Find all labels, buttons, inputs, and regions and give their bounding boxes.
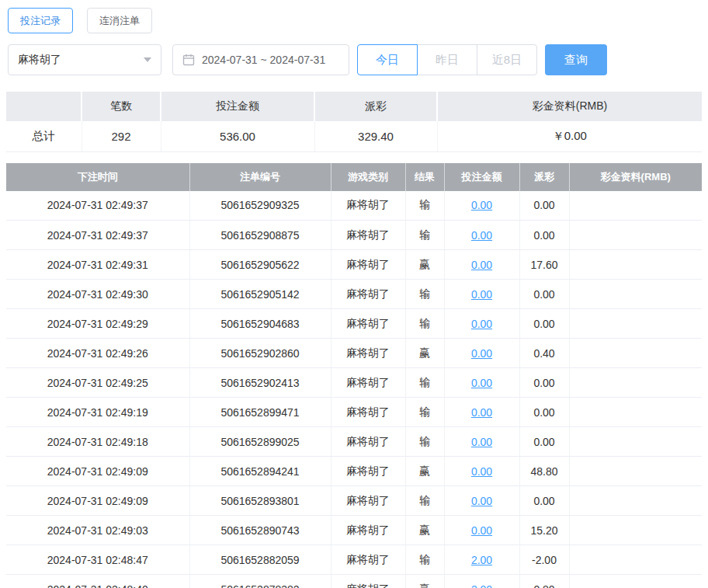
table-row: 2024-07-31 02:49:375061652909325麻将胡了输0.0… [6,191,702,221]
cell-bet-amount: 2.00 [444,545,519,575]
cell-game-type: 麻将胡了 [331,191,405,221]
cell-order-id: 5061652904683 [189,309,331,339]
cell-bonus [569,486,702,516]
date-range-input[interactable]: 2024-07-31 ~ 2024-07-31 [172,44,349,75]
cell-bet-time: 2024-07-31 02:49:19 [6,398,189,427]
cell-result: 赢 [405,575,444,588]
records-body: 2024-07-31 02:49:375061652909325麻将胡了输0.0… [6,191,702,588]
cell-game-type: 麻将胡了 [331,516,405,545]
cell-bet-time: 2024-07-31 02:49:18 [6,427,189,457]
table-row: 2024-07-31 02:49:375061652908875麻将胡了输0.0… [6,221,702,250]
cell-bet-time: 2024-07-31 02:49:26 [6,339,189,368]
cell-result: 赢 [405,516,444,545]
top-tabs: 投注记录 连消注单 [6,6,702,33]
cell-bet-amount: 0.00 [444,191,519,221]
quick-last8days-button[interactable]: 近8日 [477,44,537,75]
cell-bet-time: 2024-07-31 02:49:31 [6,250,189,280]
bet-amount-link[interactable]: 2.00 [471,554,492,566]
table-row: 2024-07-31 02:49:195061652899471麻将胡了输0.0… [6,398,702,427]
cell-bet-amount: 0.00 [444,427,519,457]
table-row: 2024-07-31 02:49:255061652902413麻将胡了输0.0… [6,368,702,398]
records-table: 下注时间 注单编号 游戏类别 结果 投注金额 派彩 彩金资料(RMB) 2024… [6,163,702,588]
cell-result: 输 [405,486,444,516]
filter-bar: 麻将胡了 2024-07-31 ~ 2024-07-31 今日 昨日 近8日 查… [6,44,702,75]
game-type-selected-value: 麻将胡了 [18,53,61,67]
cell-result: 输 [405,280,444,309]
bet-amount-link[interactable]: 0.00 [471,465,492,478]
cell-result: 输 [405,545,444,575]
cell-result: 输 [405,191,444,221]
calendar-icon [182,54,195,66]
cell-bonus [569,309,702,339]
summary-total-row: 总计 292 536.00 329.40 ￥0.00 [6,121,702,151]
cell-order-id: 5061652893801 [189,486,331,516]
bet-amount-link[interactable]: 0.00 [471,318,492,330]
cell-game-type: 麻将胡了 [331,280,405,309]
summary-table: 笔数 投注金额 派彩 彩金资料(RMB) 总计 292 536.00 329.4… [6,92,702,152]
cell-bet-amount: 0.00 [444,309,519,339]
cell-bonus [569,545,702,575]
bet-amount-link[interactable]: 0.00 [471,436,492,448]
cell-bet-time: 2024-07-31 02:49:29 [6,309,189,339]
cell-result: 赢 [405,339,444,368]
cell-payout: 0.00 [519,221,569,250]
cell-payout: 0.00 [519,486,569,516]
header-bonus: 彩金资料(RMB) [569,163,702,191]
cell-bonus [569,516,702,545]
cell-payout: 48.80 [519,457,569,486]
bet-amount-link[interactable]: 0.00 [471,377,492,389]
quick-today-button[interactable]: 今日 [357,44,418,75]
cell-payout: 0.00 [519,427,569,457]
records-header-row: 下注时间 注单编号 游戏类别 结果 投注金额 派彩 彩金资料(RMB) [6,163,702,191]
cell-bet-amount: 0.00 [444,339,519,368]
game-type-select[interactable]: 麻将胡了 [8,44,161,75]
cell-game-type: 麻将胡了 [331,457,405,486]
header-payout: 派彩 [519,163,569,191]
tab-betting-records[interactable]: 投注记录 [8,8,73,33]
cell-result: 输 [405,368,444,398]
summary-header-bonus: 彩金资料(RMB) [437,92,702,121]
cell-bet-amount: 0.00 [444,250,519,280]
cell-result: 输 [405,398,444,427]
cell-game-type: 麻将胡了 [331,221,405,250]
bet-amount-link[interactable]: 0.00 [471,259,492,271]
cell-game-type: 麻将胡了 [331,339,405,368]
cell-bet-amount: 0.00 [444,457,519,486]
bet-amount-link[interactable]: 0.00 [471,288,492,301]
cell-bet-time: 2024-07-31 02:49:03 [6,516,189,545]
cell-order-id: 5061652902413 [189,368,331,398]
summary-total-payout: 329.40 [314,121,437,151]
summary-header-row: 笔数 投注金额 派彩 彩金资料(RMB) [6,92,702,121]
bet-amount-link[interactable]: 0.00 [471,406,492,419]
cell-order-id: 5061652899471 [189,398,331,427]
summary-header-blank [6,92,82,121]
bet-amount-link[interactable]: 0.00 [471,347,492,360]
summary-header-payout: 派彩 [314,92,437,121]
quick-yesterday-button[interactable]: 昨日 [417,44,477,75]
bet-amount-link[interactable]: 0.00 [471,524,492,537]
cell-bonus [569,575,702,588]
cell-bonus [569,191,702,221]
cell-bet-amount: 0.00 [444,516,519,545]
cell-payout: 15.20 [519,516,569,545]
cell-result: 输 [405,309,444,339]
cell-result: 赢 [405,250,444,280]
cell-bonus [569,221,702,250]
cell-payout: 0.00 [519,280,569,309]
cell-result: 赢 [405,457,444,486]
summary-total-label: 总计 [6,121,82,151]
cell-order-id: 5061652894241 [189,457,331,486]
bet-amount-link[interactable]: 0.00 [471,495,492,507]
tab-cancelled-orders[interactable]: 连消注单 [87,8,152,33]
cell-bet-amount: 0.00 [444,398,519,427]
cell-game-type: 麻将胡了 [331,427,405,457]
cell-bet-time: 2024-07-31 02:49:37 [6,221,189,250]
cell-game-type: 麻将胡了 [331,545,405,575]
cell-bet-time: 2024-07-31 02:49:09 [6,486,189,516]
header-order-id: 注单编号 [189,163,331,191]
cell-payout: 0.00 [519,398,569,427]
bet-amount-link[interactable]: 2.00 [471,583,492,588]
bet-amount-link[interactable]: 0.00 [471,199,492,211]
search-button[interactable]: 查询 [545,44,607,75]
bet-amount-link[interactable]: 0.00 [471,229,492,242]
